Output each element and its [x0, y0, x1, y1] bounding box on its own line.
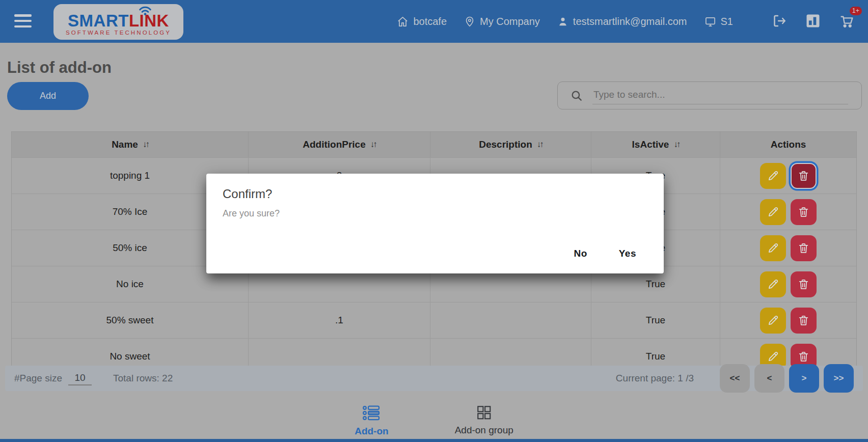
topbar-icon-cluster: 1+	[772, 13, 855, 30]
location-icon	[464, 16, 475, 27]
search-icon	[570, 89, 583, 102]
trash-icon	[797, 242, 810, 255]
nav-company-label: My Company	[480, 16, 540, 27]
edit-button[interactable]	[760, 235, 786, 261]
edit-button[interactable]	[760, 308, 786, 334]
pencil-icon	[767, 241, 780, 255]
edit-button[interactable]	[760, 199, 786, 225]
next-page-button[interactable]: >	[789, 364, 819, 393]
dialog-title: Confirm?	[223, 187, 643, 201]
top-bar: SMARTLINK SOFTWARE TECHNOLOGY botcafe My…	[0, 0, 868, 43]
column-header[interactable]: AdditionPrice↓↑	[249, 132, 430, 157]
pagination-bar: #Page size Total rows: 22 Current page: …	[5, 366, 863, 391]
logo-text-smart: SMART	[68, 11, 129, 30]
sort-icon: ↓↑	[370, 140, 376, 150]
dialog-message: Are you sure?	[223, 208, 643, 219]
cell-actions	[720, 302, 856, 338]
column-header[interactable]: IsActive↓↑	[591, 132, 720, 157]
dialog-yes-button[interactable]: Yes	[612, 243, 643, 264]
nav-account[interactable]: testsmartlink@gmail.com	[557, 16, 687, 27]
cell-actions	[720, 230, 856, 266]
cell-is-active: True	[591, 302, 720, 338]
prev-page-button[interactable]: <	[754, 364, 784, 393]
sort-icon: ↓↑	[673, 140, 679, 150]
pencil-icon	[767, 205, 780, 218]
table-row: 50% sweet .1 True	[12, 302, 856, 338]
sort-icon: ↓↑	[143, 140, 148, 150]
delete-button[interactable]	[791, 235, 817, 261]
confirm-dialog: Confirm? Are you sure? No Yes	[206, 174, 664, 273]
first-page-button[interactable]: <<	[720, 364, 750, 393]
delete-button[interactable]	[791, 308, 817, 334]
nav-store-label: botcafe	[413, 16, 447, 27]
trash-icon	[797, 170, 810, 182]
smartlink-logo: SMARTLINK SOFTWARE TECHNOLOGY	[53, 4, 183, 40]
logout-icon[interactable]	[772, 13, 787, 30]
add-on-list-icon	[362, 404, 381, 422]
page-size-input[interactable]	[68, 372, 92, 385]
app-screen: SMARTLINK SOFTWARE TECHNOLOGY botcafe My…	[0, 0, 868, 442]
logo-tagline: SOFTWARE TECHNOLOGY	[66, 30, 171, 36]
column-header[interactable]: Description↓↑	[430, 132, 591, 157]
bottom-accent-strip	[0, 439, 868, 442]
page-title: List of add-on	[7, 59, 112, 77]
nav-station[interactable]: S1	[704, 16, 733, 27]
total-rows-label: Total rows: 22	[113, 373, 173, 384]
page-size-label: #Page size	[14, 373, 62, 384]
delete-button[interactable]	[791, 271, 817, 297]
nav-company[interactable]: My Company	[464, 16, 540, 27]
trash-icon	[797, 350, 810, 363]
pencil-icon	[767, 169, 780, 182]
pencil-icon	[767, 278, 780, 291]
cell-actions	[720, 194, 856, 230]
report-chart-icon[interactable]	[805, 13, 821, 30]
wifi-icon	[137, 5, 153, 16]
cell-description	[430, 302, 591, 338]
delete-button[interactable]	[791, 163, 817, 189]
nav-station-label: S1	[721, 16, 733, 27]
home-icon	[397, 16, 409, 27]
sort-icon: ↓↑	[537, 140, 542, 150]
cart-badge: 1+	[850, 7, 862, 15]
trash-icon	[797, 278, 810, 291]
cart-icon[interactable]: 1+	[839, 13, 855, 30]
pencil-icon	[767, 314, 780, 327]
topbar-right: botcafe My Company testsmartlink@gmail.c…	[397, 0, 855, 43]
search-input[interactable]	[592, 87, 848, 104]
tab-add-on[interactable]: Add-on	[355, 404, 388, 437]
delete-button[interactable]	[791, 199, 817, 225]
cell-name: 50% sweet	[12, 302, 249, 338]
trash-icon	[797, 206, 810, 218]
cell-actions	[720, 266, 856, 302]
pagination-controls: Current page: 1 /3 << < > >>	[616, 364, 854, 393]
add-on-group-grid-icon	[476, 404, 492, 421]
bottom-nav: Add-on Add-on group	[0, 404, 868, 437]
nav-account-label: testsmartlink@gmail.com	[573, 16, 687, 27]
trash-icon	[797, 314, 810, 327]
edit-button[interactable]	[760, 163, 786, 189]
dialog-actions: No Yes	[223, 243, 643, 264]
monitor-icon	[704, 16, 716, 27]
column-header[interactable]: Name↓↑	[12, 132, 249, 157]
cell-actions	[720, 158, 856, 194]
cell-addition-price: .1	[249, 302, 430, 338]
search-box	[557, 81, 862, 109]
nav-store[interactable]: botcafe	[397, 16, 447, 27]
menu-icon[interactable]	[14, 13, 33, 29]
pencil-icon	[767, 350, 780, 363]
column-header[interactable]: Actions	[720, 132, 856, 157]
table-header-row: Name↓↑AdditionPrice↓↑Description↓↑IsActi…	[12, 132, 856, 157]
current-page-label: Current page: 1 /3	[616, 373, 694, 384]
user-icon	[557, 16, 568, 27]
edit-button[interactable]	[760, 271, 786, 297]
logo-text-link: LINK	[129, 13, 169, 29]
logo-wordmark: SMARTLINK	[68, 13, 169, 29]
tab-add-on-group[interactable]: Add-on group	[455, 404, 513, 437]
dialog-no-button[interactable]: No	[566, 243, 594, 264]
last-page-button[interactable]: >>	[824, 364, 854, 393]
tab-add-on-label: Add-on	[355, 426, 388, 437]
tab-add-on-group-label: Add-on group	[455, 425, 513, 436]
add-button[interactable]: Add	[7, 82, 89, 110]
